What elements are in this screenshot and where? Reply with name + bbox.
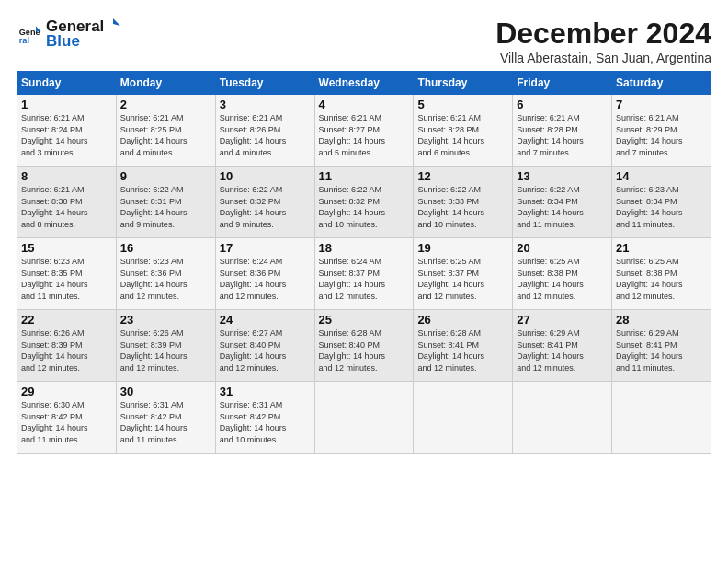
day-number: 21	[616, 241, 707, 255]
page: Gene ral General Blue December 2024 Vill…	[0, 0, 728, 563]
day-number: 2	[120, 98, 211, 111]
day-number: 31	[220, 385, 311, 398]
day-info: Sunrise: 6:21 AMSunset: 8:27 PMDaylight:…	[319, 112, 410, 158]
day-cell: 12Sunrise: 6:22 AMSunset: 8:33 PMDayligh…	[414, 167, 513, 238]
day-number: 5	[417, 98, 508, 111]
day-info: Sunrise: 6:23 AMSunset: 8:35 PMDaylight:…	[21, 256, 112, 302]
day-cell: 4Sunrise: 6:21 AMSunset: 8:27 PMDaylight…	[314, 95, 414, 167]
day-number: 6	[517, 98, 608, 111]
day-info: Sunrise: 6:21 AMSunset: 8:26 PMDaylight:…	[220, 112, 311, 158]
day-number: 9	[120, 169, 211, 183]
day-cell: 7Sunrise: 6:21 AMSunset: 8:29 PMDaylight…	[612, 95, 711, 167]
day-info: Sunrise: 6:22 AMSunset: 8:33 PMDaylight:…	[417, 184, 508, 230]
day-number: 17	[220, 241, 311, 255]
logo-bird-icon	[106, 17, 120, 31]
day-info: Sunrise: 6:25 AMSunset: 8:37 PMDaylight:…	[417, 256, 508, 302]
header-row: SundayMondayTuesdayWednesdayThursdayFrid…	[17, 72, 711, 95]
day-cell: 20Sunrise: 6:25 AMSunset: 8:38 PMDayligh…	[513, 238, 612, 310]
day-cell: 18Sunrise: 6:24 AMSunset: 8:37 PMDayligh…	[314, 238, 414, 310]
day-number: 13	[517, 169, 608, 183]
day-number: 4	[319, 98, 410, 111]
day-cell: 17Sunrise: 6:24 AMSunset: 8:36 PMDayligh…	[215, 238, 314, 310]
day-info: Sunrise: 6:22 AMSunset: 8:32 PMDaylight:…	[319, 184, 410, 230]
day-cell: 23Sunrise: 6:26 AMSunset: 8:39 PMDayligh…	[116, 310, 215, 382]
day-info: Sunrise: 6:29 AMSunset: 8:41 PMDaylight:…	[517, 327, 608, 373]
col-header-monday: Monday	[116, 72, 215, 95]
day-cell: 29Sunrise: 6:30 AMSunset: 8:42 PMDayligh…	[17, 382, 117, 454]
col-header-wednesday: Wednesday	[314, 72, 414, 95]
day-number: 24	[220, 313, 311, 327]
day-number: 18	[319, 241, 410, 255]
day-info: Sunrise: 6:21 AMSunset: 8:29 PMDaylight:…	[616, 112, 707, 158]
day-info: Sunrise: 6:24 AMSunset: 8:36 PMDaylight:…	[220, 256, 311, 302]
day-cell	[612, 382, 711, 454]
day-number: 27	[517, 313, 608, 327]
day-cell: 22Sunrise: 6:26 AMSunset: 8:39 PMDayligh…	[17, 310, 117, 382]
day-number: 29	[21, 385, 112, 398]
day-cell	[414, 382, 513, 454]
day-info: Sunrise: 6:31 AMSunset: 8:42 PMDaylight:…	[220, 399, 311, 445]
day-number: 1	[21, 98, 112, 111]
day-info: Sunrise: 6:24 AMSunset: 8:37 PMDaylight:…	[319, 256, 410, 302]
day-info: Sunrise: 6:23 AMSunset: 8:34 PMDaylight:…	[616, 184, 707, 230]
day-info: Sunrise: 6:22 AMSunset: 8:31 PMDaylight:…	[120, 184, 211, 230]
day-cell: 26Sunrise: 6:28 AMSunset: 8:41 PMDayligh…	[414, 310, 513, 382]
day-number: 14	[616, 169, 707, 183]
svg-marker-4	[113, 18, 120, 26]
title-block: December 2024 Villa Aberastain, San Juan…	[495, 17, 711, 65]
day-cell: 15Sunrise: 6:23 AMSunset: 8:35 PMDayligh…	[17, 238, 117, 310]
day-number: 30	[120, 385, 211, 398]
col-header-tuesday: Tuesday	[215, 72, 314, 95]
week-row-5: 29Sunrise: 6:30 AMSunset: 8:42 PMDayligh…	[17, 382, 711, 454]
day-cell: 11Sunrise: 6:22 AMSunset: 8:32 PMDayligh…	[314, 167, 414, 238]
week-row-4: 22Sunrise: 6:26 AMSunset: 8:39 PMDayligh…	[17, 310, 711, 382]
day-cell: 14Sunrise: 6:23 AMSunset: 8:34 PMDayligh…	[612, 167, 711, 238]
month-title: December 2024	[495, 17, 711, 51]
day-info: Sunrise: 6:21 AMSunset: 8:25 PMDaylight:…	[120, 112, 211, 158]
day-info: Sunrise: 6:21 AMSunset: 8:28 PMDaylight:…	[417, 112, 508, 158]
day-info: Sunrise: 6:23 AMSunset: 8:36 PMDaylight:…	[120, 256, 211, 302]
col-header-saturday: Saturday	[612, 72, 711, 95]
day-info: Sunrise: 6:21 AMSunset: 8:28 PMDaylight:…	[517, 112, 608, 158]
day-number: 26	[417, 313, 508, 327]
subtitle: Villa Aberastain, San Juan, Argentina	[495, 51, 711, 65]
week-row-3: 15Sunrise: 6:23 AMSunset: 8:35 PMDayligh…	[17, 238, 711, 310]
day-info: Sunrise: 6:21 AMSunset: 8:30 PMDaylight:…	[21, 184, 112, 230]
day-info: Sunrise: 6:28 AMSunset: 8:41 PMDaylight:…	[417, 327, 508, 373]
svg-text:ral: ral	[19, 35, 29, 44]
day-cell: 16Sunrise: 6:23 AMSunset: 8:36 PMDayligh…	[116, 238, 215, 310]
day-number: 16	[120, 241, 211, 255]
day-cell: 3Sunrise: 6:21 AMSunset: 8:26 PMDaylight…	[215, 95, 314, 167]
day-cell: 8Sunrise: 6:21 AMSunset: 8:30 PMDaylight…	[17, 167, 117, 238]
day-number: 25	[319, 313, 410, 327]
day-number: 7	[616, 98, 707, 111]
day-cell: 13Sunrise: 6:22 AMSunset: 8:34 PMDayligh…	[513, 167, 612, 238]
day-cell: 6Sunrise: 6:21 AMSunset: 8:28 PMDaylight…	[513, 95, 612, 167]
day-info: Sunrise: 6:21 AMSunset: 8:24 PMDaylight:…	[21, 112, 112, 158]
day-cell	[314, 382, 414, 454]
week-row-2: 8Sunrise: 6:21 AMSunset: 8:30 PMDaylight…	[17, 167, 711, 238]
day-cell: 27Sunrise: 6:29 AMSunset: 8:41 PMDayligh…	[513, 310, 612, 382]
day-cell: 9Sunrise: 6:22 AMSunset: 8:31 PMDaylight…	[116, 167, 215, 238]
day-cell: 10Sunrise: 6:22 AMSunset: 8:32 PMDayligh…	[215, 167, 314, 238]
day-number: 10	[220, 169, 311, 183]
day-info: Sunrise: 6:30 AMSunset: 8:42 PMDaylight:…	[21, 399, 112, 445]
day-number: 15	[21, 241, 112, 255]
col-header-thursday: Thursday	[414, 72, 513, 95]
day-number: 20	[517, 241, 608, 255]
day-info: Sunrise: 6:26 AMSunset: 8:39 PMDaylight:…	[21, 327, 112, 373]
day-cell: 31Sunrise: 6:31 AMSunset: 8:42 PMDayligh…	[215, 382, 314, 454]
day-cell	[513, 382, 612, 454]
day-number: 28	[616, 313, 707, 327]
day-info: Sunrise: 6:25 AMSunset: 8:38 PMDaylight:…	[616, 256, 707, 302]
day-cell: 21Sunrise: 6:25 AMSunset: 8:38 PMDayligh…	[612, 238, 711, 310]
day-number: 19	[417, 241, 508, 255]
day-info: Sunrise: 6:25 AMSunset: 8:38 PMDaylight:…	[517, 256, 608, 302]
day-cell: 2Sunrise: 6:21 AMSunset: 8:25 PMDaylight…	[116, 95, 215, 167]
week-row-1: 1Sunrise: 6:21 AMSunset: 8:24 PMDaylight…	[17, 95, 711, 167]
day-number: 12	[417, 169, 508, 183]
day-info: Sunrise: 6:22 AMSunset: 8:34 PMDaylight:…	[517, 184, 608, 230]
day-info: Sunrise: 6:26 AMSunset: 8:39 PMDaylight:…	[120, 327, 211, 373]
day-cell: 5Sunrise: 6:21 AMSunset: 8:28 PMDaylight…	[414, 95, 513, 167]
day-number: 8	[21, 169, 112, 183]
